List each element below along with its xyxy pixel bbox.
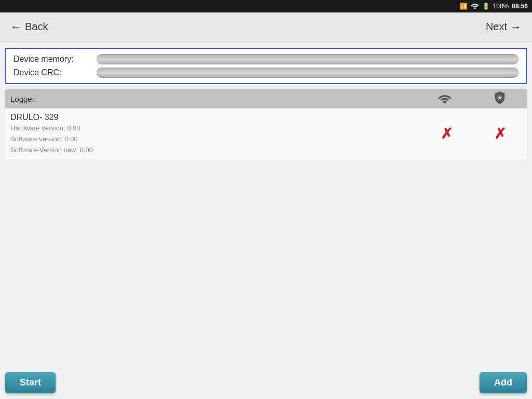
back-label: Back [25,21,48,33]
start-button[interactable]: Start [5,372,56,393]
next-arrow-icon: → [510,20,522,34]
logger-name: DRULO- 329 [10,113,441,122]
logger-status-icons: ✗ ✗ [441,127,522,141]
logger-software-new: Software-Version new: 0.00 [10,145,441,156]
logger-item: DRULO- 329 Hardware version: 0.00 Softwa… [5,108,527,159]
wifi-error-icon: ✗ [441,127,453,141]
next-button[interactable]: Next → [486,20,522,34]
device-memory-bar [97,54,518,64]
next-label: Next [486,21,507,33]
software-new-label: Software-Version new: [10,146,78,154]
logger-info: DRULO- 329 Hardware version: 0.00 Softwa… [10,113,441,155]
main-content: Device memory: Device CRC: Logger: [0,42,532,166]
shield-header-icon [494,91,506,107]
device-memory-row: Device memory: [14,54,518,64]
back-button[interactable]: ← Back [10,20,48,34]
device-crc-bar [97,68,518,78]
logger-table: Logger: DRULO- 329 Hardware ve [5,89,527,159]
software-new-value: 0.00 [80,146,93,154]
logger-header: Logger: [5,89,527,108]
device-memory-label: Device memory: [14,55,97,64]
back-arrow-icon: ← [10,20,22,34]
software-value: 0.00 [64,135,77,143]
logger-header-icons [437,91,522,107]
battery-icon: 🔋 [482,3,490,10]
status-bar: 📶 🔋 100% 08:56 [0,0,532,12]
hardware-label: Hardware version: [10,124,65,132]
status-time: 08:56 [512,3,528,10]
bluetooth-icon: 📶 [460,3,468,10]
software-label: Software version: [10,135,62,143]
add-button[interactable]: Add [480,372,527,393]
shield-error-icon: ✗ [494,127,506,141]
battery-percent: 100% [493,3,509,10]
device-info-box: Device memory: Device CRC: [5,48,527,84]
device-crc-row: Device CRC: [14,68,518,78]
wifi-header-icon [437,92,452,105]
bottom-bar: Start Add [0,366,532,399]
logger-software: Software version: 0.00 [10,134,441,145]
wifi-status-icon [471,2,479,10]
logger-header-label: Logger: [10,95,437,103]
hardware-value: 0.00 [67,124,80,132]
logger-hardware: Hardware version: 0.00 [10,123,441,134]
device-crc-label: Device CRC: [14,68,97,77]
nav-bar: ← Back Next → [0,12,532,42]
